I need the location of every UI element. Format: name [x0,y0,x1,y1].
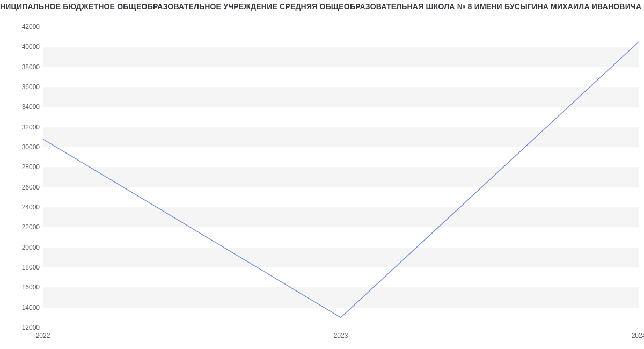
chart-container: НИЦИПАЛЬНОЕ БЮДЖЕТНОЕ ОБЩЕОБРАЗОВАТЕЛЬНО… [0,0,644,349]
x-tick-label: 2024 [632,332,644,339]
y-tick-label: 32000 [2,123,40,131]
y-tick-label: 40000 [2,43,40,50]
series-line [43,42,639,317]
y-tick-label: 26000 [2,184,40,191]
y-tick-label: 42000 [2,23,40,31]
x-tick-label: 2022 [36,332,50,339]
y-tick-label: 24000 [2,203,40,211]
y-tick-label: 36000 [2,83,40,91]
y-tick-label: 34000 [2,103,40,111]
chart-title: НИЦИПАЛЬНОЕ БЮДЖЕТНОЕ ОБЩЕОБРАЗОВАТЕЛЬНО… [0,2,644,11]
y-tick-label: 38000 [2,63,40,71]
y-tick-label: 20000 [2,244,40,251]
x-tick-label: 2023 [334,332,348,339]
line-layer [43,27,639,328]
y-tick-label: 28000 [2,163,40,171]
y-tick-label: 12000 [2,324,40,331]
plot-area [43,27,639,328]
y-tick-label: 22000 [2,223,40,231]
y-tick-label: 14000 [2,304,40,311]
y-tick-label: 30000 [2,143,40,151]
y-tick-label: 16000 [2,283,40,291]
y-tick-label: 18000 [2,264,40,271]
